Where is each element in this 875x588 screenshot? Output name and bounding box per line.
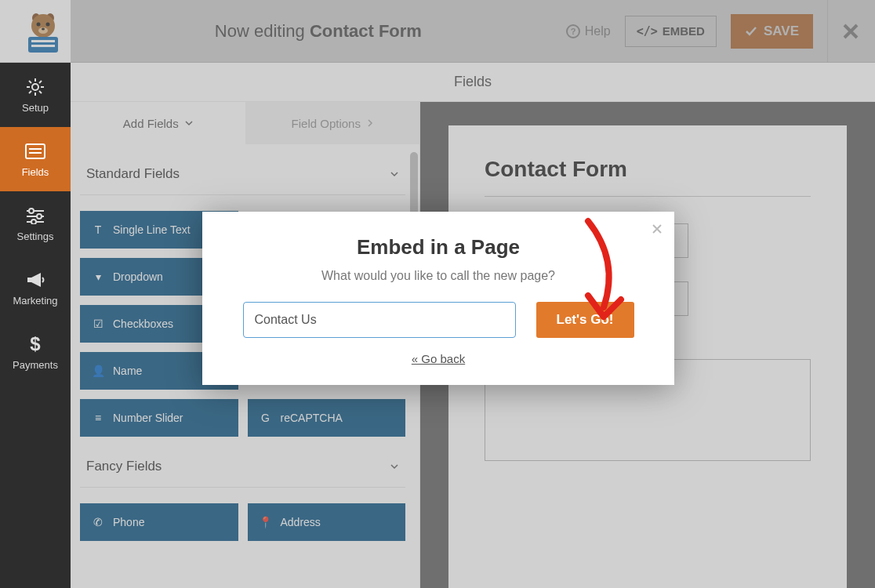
- svg-point-27: [37, 214, 42, 219]
- side-nav: Setup Fields Settings Marketing $ Paymen…: [0, 63, 71, 588]
- page-name-input[interactable]: [243, 302, 516, 338]
- nav-marketing[interactable]: Marketing: [0, 256, 71, 320]
- svg-text:$: $: [30, 334, 41, 354]
- nav-payments[interactable]: $ Payments: [0, 320, 71, 384]
- modal-close-button[interactable]: [652, 221, 662, 238]
- nav-fields[interactable]: Fields: [0, 127, 71, 191]
- svg-line-17: [29, 81, 31, 83]
- nav-settings[interactable]: Settings: [0, 191, 71, 256]
- svg-point-25: [29, 209, 34, 213]
- close-icon: [652, 224, 662, 234]
- svg-rect-21: [26, 144, 45, 158]
- go-back-link[interactable]: « Go back: [412, 352, 465, 365]
- modal-subtitle: What would you like to call the new page…: [231, 269, 646, 283]
- nav-label: Settings: [17, 230, 54, 242]
- svg-line-19: [39, 81, 42, 83]
- modal-input-row: Let's Go!: [231, 302, 646, 338]
- nav-label: Payments: [13, 359, 58, 371]
- nav-label: Fields: [22, 166, 49, 178]
- dollar-icon: $: [25, 334, 45, 354]
- svg-point-29: [31, 220, 36, 224]
- embed-modal: Embed in a Page What would you like to c…: [202, 212, 674, 385]
- bullhorn-icon: [25, 270, 45, 290]
- nav-label: Marketing: [13, 295, 57, 307]
- lets-go-button[interactable]: Let's Go!: [536, 302, 634, 338]
- svg-line-18: [39, 91, 42, 93]
- nav-label: Setup: [22, 102, 49, 114]
- svg-point-12: [32, 84, 38, 90]
- modal-title: Embed in a Page: [231, 235, 646, 260]
- form-icon: [25, 141, 45, 162]
- gear-icon: [25, 77, 45, 97]
- nav-setup[interactable]: Setup: [0, 63, 71, 127]
- sliders-icon: [25, 205, 45, 226]
- svg-line-20: [29, 91, 31, 93]
